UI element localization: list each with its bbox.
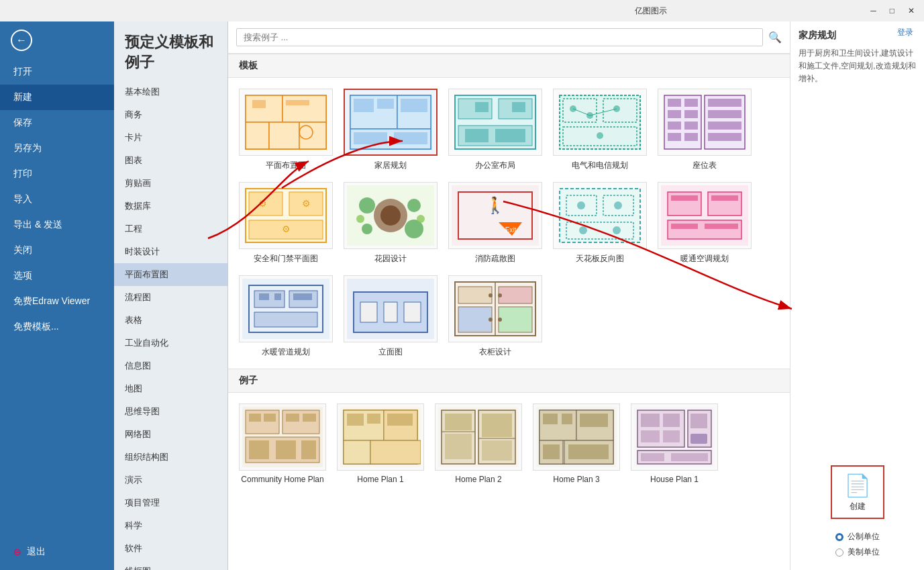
template-security[interactable]: ⚙ ⚙ ⚙ 安全和门禁平面图: [239, 182, 333, 265]
back-button[interactable]: ←: [0, 21, 114, 59]
create-icon: 📄: [844, 473, 871, 498]
template-garden[interactable]: 花园设计: [344, 182, 438, 265]
svg-rect-82: [668, 220, 741, 239]
category-chart[interactable]: 图表: [114, 149, 227, 172]
template-plumbing[interactable]: 水暖管道规划: [239, 275, 333, 358]
category-presentation[interactable]: 演示: [114, 469, 227, 491]
sidebar-item-close[interactable]: 关闭: [0, 238, 114, 263]
template-plumbing-thumb: [239, 275, 333, 342]
category-card[interactable]: 卡片: [114, 126, 227, 149]
sidebar-item-save[interactable]: 保存: [0, 110, 114, 136]
category-map[interactable]: 地图: [114, 377, 227, 400]
svg-rect-22: [475, 102, 489, 112]
svg-point-77: [579, 226, 587, 234]
sidebar-item-save-as[interactable]: 另存为: [0, 136, 114, 161]
svg-rect-136: [482, 414, 512, 437]
create-button[interactable]: 📄 创建: [831, 465, 884, 519]
example-home-plan-2[interactable]: Home Plan 2: [435, 403, 522, 484]
example-house-plan-1[interactable]: House Plan 1: [631, 403, 718, 484]
svg-rect-46: [708, 99, 741, 107]
svg-rect-158: [641, 430, 660, 442]
sidebar-item-import[interactable]: 导入: [0, 187, 114, 212]
category-network[interactable]: 网络图: [114, 423, 227, 446]
garden-svg: [347, 185, 434, 246]
template-elevation[interactable]: 立面图: [344, 275, 438, 358]
template-seating[interactable]: 座位表: [658, 89, 752, 171]
minimize-button[interactable]: ─: [866, 5, 880, 17]
imperial-unit-option[interactable]: 美制单位: [835, 547, 880, 558]
template-floor-plan[interactable]: 平面布置图: [239, 89, 333, 171]
metric-radio[interactable]: [835, 533, 843, 541]
template-evacuation[interactable]: 🚶 Exit 消防疏散图: [448, 182, 542, 265]
right-panel-desc: 用于厨房和卫生间设计,建筑设计和施工文件,空间规划,改造规划和增补。: [799, 47, 916, 86]
back-circle-icon: ←: [11, 30, 32, 51]
svg-rect-126: [344, 440, 370, 464]
sidebar-item-open[interactable]: 打开: [0, 59, 114, 85]
elevation-svg: [347, 279, 434, 339]
svg-rect-157: [690, 414, 707, 428]
title-bar: 亿图图示 ─ □ ✕: [0, 0, 924, 21]
example-community-home-plan[interactable]: Community Home Plan: [239, 403, 326, 484]
search-input[interactable]: [236, 28, 763, 46]
svg-rect-2: [283, 95, 326, 122]
svg-point-78: [613, 226, 621, 234]
category-infographic[interactable]: 信息图: [114, 354, 227, 377]
example-home-plan-1[interactable]: Home Plan 1: [337, 403, 424, 484]
sidebar-item-new[interactable]: 新建: [0, 85, 114, 110]
category-clipart[interactable]: 剪贴画: [114, 172, 227, 195]
template-ceiling[interactable]: 天花板反向图: [553, 182, 647, 265]
svg-rect-134: [445, 414, 472, 430]
example-home-plan-3[interactable]: Home Plan 3: [533, 403, 620, 484]
category-science[interactable]: 科学: [114, 514, 227, 537]
category-project[interactable]: 项目管理: [114, 491, 227, 514]
svg-point-109: [489, 318, 493, 322]
template-ceiling-thumb: [553, 182, 647, 249]
svg-text:⚙: ⚙: [258, 198, 267, 209]
category-table[interactable]: 表格: [114, 309, 227, 332]
template-wardrobe[interactable]: 衣柜设计: [448, 275, 542, 358]
svg-rect-103: [458, 287, 492, 303]
category-orgchart[interactable]: 组织结构图: [114, 446, 227, 469]
category-wireframe[interactable]: 线框图: [114, 560, 227, 570]
category-database[interactable]: 数据库: [114, 195, 227, 218]
search-icon[interactable]: 🔍: [768, 31, 782, 44]
sidebar-item-export[interactable]: 导出 & 发送: [0, 212, 114, 238]
template-electrical[interactable]: 电气和电信规划: [553, 89, 647, 171]
category-engineering[interactable]: 工程: [114, 218, 227, 240]
category-mindmap[interactable]: 思维导图: [114, 400, 227, 423]
category-fashion[interactable]: 时装设计: [114, 240, 227, 263]
floor-plan-svg: [242, 92, 329, 152]
close-button[interactable]: ✕: [904, 5, 919, 17]
category-industrial[interactable]: 工业自动化: [114, 332, 227, 354]
svg-rect-146: [543, 414, 558, 424]
metric-unit-option[interactable]: 公制单位: [835, 531, 880, 542]
maximize-button[interactable]: □: [886, 5, 899, 17]
sidebar-item-free-templates[interactable]: 免费模板...: [0, 314, 114, 340]
category-flowchart[interactable]: 流程图: [114, 286, 227, 309]
window-controls[interactable]: ─ □ ✕: [866, 5, 919, 17]
svg-point-62: [362, 224, 372, 234]
sidebar-item-print[interactable]: 打印: [0, 161, 114, 187]
login-button[interactable]: 登录: [897, 27, 913, 38]
svg-rect-119: [249, 440, 269, 459]
category-floorplan[interactable]: 平面布置图: [114, 263, 227, 286]
template-hvac[interactable]: 暖通空调规划: [658, 182, 752, 265]
svg-rect-48: [708, 122, 741, 130]
category-business[interactable]: 商务: [114, 103, 227, 126]
template-evacuation-label: 消防疏散图: [475, 253, 515, 265]
examples-grid: Community Home Plan: [228, 393, 790, 495]
imperial-radio[interactable]: [835, 549, 843, 557]
category-basic[interactable]: 基本绘图: [114, 81, 227, 103]
category-software[interactable]: 软件: [114, 537, 227, 560]
svg-rect-24: [465, 129, 489, 142]
svg-rect-104: [499, 287, 532, 303]
community-home-svg: [242, 407, 323, 467]
sidebar-item-options[interactable]: 选项: [0, 263, 114, 289]
template-office-layout[interactable]: 办公室布局: [448, 89, 542, 171]
templates-section-header: 模板: [228, 54, 790, 78]
svg-point-76: [614, 201, 622, 209]
exit-button[interactable]: ⊖ 退出: [0, 539, 114, 565]
right-panel: 家房规划 用于厨房和卫生间设计,建筑设计和施工文件,空间规划,改造规划和增补。 …: [790, 21, 924, 570]
sidebar-item-free-viewer[interactable]: 免费Edraw Viewer: [0, 289, 114, 314]
template-home-plan[interactable]: 家居规划: [344, 89, 438, 171]
